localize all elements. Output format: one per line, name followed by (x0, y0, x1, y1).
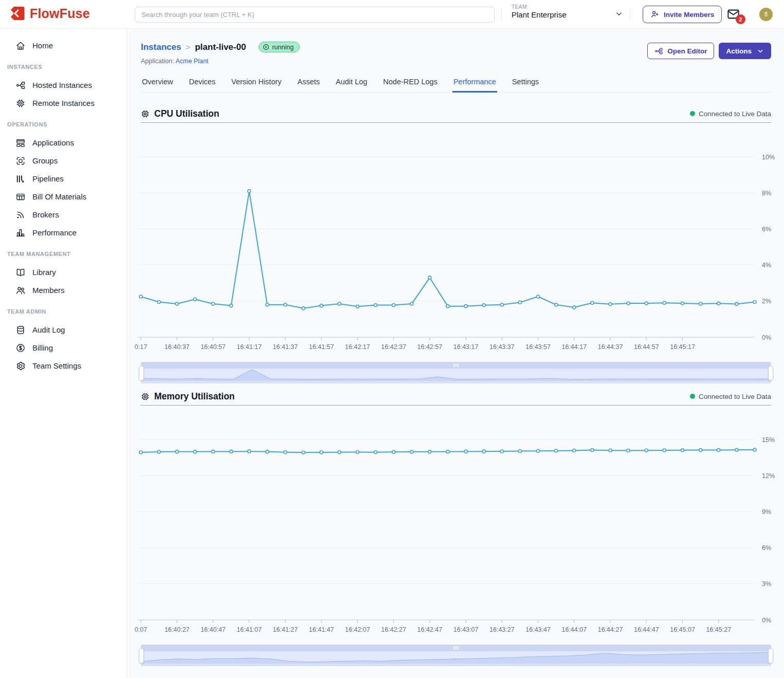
person-plus-icon (650, 10, 660, 19)
home-icon (15, 41, 26, 51)
open-editor-button[interactable]: Open Editor (647, 43, 714, 59)
sidebar-item-label: Team Settings (32, 361, 81, 370)
topbar-divider (501, 8, 502, 21)
grip-icon[interactable] (453, 363, 459, 367)
svg-text:16:40:27: 16:40:27 (165, 626, 190, 633)
sidebar-item-brokers[interactable]: Brokers (0, 206, 127, 224)
range-slider-track[interactable] (141, 362, 771, 369)
svg-text:6%: 6% (762, 544, 771, 552)
team-selector[interactable]: TEAM: Plant Enterprise (512, 4, 567, 19)
sidebar-item-label: Home (32, 41, 53, 50)
svg-text:16:41:17: 16:41:17 (236, 343, 262, 351)
svg-text:16:44:17: 16:44:17 (561, 343, 587, 351)
sidebar-item-label: Applications (32, 138, 74, 147)
flowfuse-logo[interactable]: FlowFuse (9, 5, 90, 22)
svg-text:16:44:27: 16:44:27 (598, 626, 623, 633)
sidebar-item-label: Billing (32, 343, 53, 352)
sidebar-item-members[interactable]: Members (0, 281, 127, 299)
search-input[interactable] (135, 7, 495, 23)
svg-text:16:42:57: 16:42:57 (417, 343, 443, 351)
memory-section-header: Memory Utilisation Connected to Live Dat… (141, 389, 771, 404)
range-slider-bottom (141, 381, 771, 383)
tab-node-red-logs[interactable]: Node-RED Logs (382, 74, 439, 93)
chevron-down-icon[interactable] (614, 9, 624, 19)
range-slider-right-handle[interactable] (768, 648, 773, 664)
sidebar-item-pipelines[interactable]: Pipelines (0, 170, 127, 188)
svg-text:16:43:07: 16:43:07 (453, 626, 479, 633)
flowfuse-logo-icon (9, 5, 26, 22)
svg-text:12%: 12% (762, 472, 775, 480)
range-slider-right-handle[interactable] (768, 365, 773, 381)
groups-icon (15, 156, 26, 166)
svg-text:16:42:47: 16:42:47 (417, 626, 443, 633)
cpu-chart-range-slider[interactable] (141, 362, 771, 383)
sidebar-section-label: OPERATIONS (7, 121, 127, 129)
cpu-chip-icon (141, 109, 150, 118)
logo-text: FlowFuse (30, 6, 90, 21)
memory-chart-range-slider[interactable] (141, 645, 771, 666)
tab-version-history[interactable]: Version History (230, 74, 283, 93)
svg-text:10%: 10% (762, 154, 775, 161)
svg-text:9%: 9% (762, 508, 771, 516)
tab-assets[interactable]: Assets (297, 74, 321, 93)
range-slider-left-handle[interactable] (139, 648, 144, 664)
tab-audit-log[interactable]: Audit Log (335, 74, 368, 93)
topbar-divider (719, 8, 719, 21)
avatar[interactable]: fl (759, 8, 773, 21)
sidebar-section-label: INSTANCES (7, 64, 127, 71)
tab-overview[interactable]: Overview (141, 74, 174, 93)
notifications-button[interactable]: 2 (726, 7, 742, 22)
svg-text:16:42:17: 16:42:17 (345, 343, 370, 351)
breadcrumb: Instances > plant-live-00 running (141, 42, 300, 52)
range-slider-track[interactable] (141, 645, 771, 651)
grip-icon[interactable] (453, 646, 459, 650)
sidebar-nav: HomeINSTANCESHosted InstancesRemote Inst… (0, 29, 127, 678)
svg-text:16:43:47: 16:43:47 (525, 626, 551, 633)
sidebar-item-home[interactable]: Home (0, 36, 127, 54)
svg-text:16:41:27: 16:41:27 (273, 626, 298, 633)
team-settings-icon (15, 361, 26, 371)
range-slider-left-handle[interactable] (139, 365, 144, 381)
applications-icon (15, 138, 26, 148)
performance-icon (15, 228, 26, 238)
breadcrumb-instances-link[interactable]: Instances (141, 42, 181, 52)
sidebar-item-team-settings[interactable]: Team Settings (0, 357, 127, 375)
sidebar-item-audit-log[interactable]: Audit Log (0, 321, 127, 339)
svg-text:16:41:47: 16:41:47 (309, 626, 334, 633)
svg-text:16:40:47: 16:40:47 (200, 626, 226, 633)
sidebar-item-groups[interactable]: Groups (0, 152, 127, 170)
sidebar-section-label: TEAM MANAGEMENT (7, 251, 127, 258)
top-bar: FlowFuse TEAM: Plant Enterprise Invite M… (0, 0, 784, 29)
team-name: Plant Enterprise (512, 10, 567, 19)
cpu-section-header: CPU Utilisation Connected to Live Data (141, 106, 771, 121)
svg-text:16:44:07: 16:44:07 (561, 626, 587, 633)
sidebar-item-bill-of-materials[interactable]: Bill Of Materials (0, 188, 127, 206)
chevron-down-icon (757, 47, 764, 54)
cpu-live-status-label: Connected to Live Data (699, 110, 771, 118)
sidebar-item-billing[interactable]: Billing (0, 339, 127, 357)
sidebar-item-remote-instances[interactable]: Remote Instances (0, 94, 127, 112)
svg-text:16:43:57: 16:43:57 (525, 343, 551, 351)
actions-button[interactable]: Actions (719, 43, 771, 59)
sidebar-item-performance[interactable]: Performance (0, 224, 127, 242)
application-link[interactable]: Acme Plant (175, 58, 208, 65)
svg-text:4%: 4% (762, 262, 771, 269)
sidebar-item-library[interactable]: Library (0, 263, 127, 281)
memory-chip-icon (141, 392, 150, 401)
svg-text:16:40:57: 16:40:57 (200, 343, 226, 351)
tab-performance[interactable]: Performance (452, 74, 497, 93)
bill-of-materials-icon (15, 192, 26, 202)
sidebar-item-label: Remote Instances (32, 99, 95, 107)
sidebar-item-applications[interactable]: Applications (0, 134, 127, 152)
application-label: Application: (141, 58, 174, 65)
cpu-utilisation-chart: 0%2%4%6%8%10%0:1716:40:3716:40:5716:41:1… (134, 126, 776, 355)
tab-devices[interactable]: Devices (188, 74, 216, 93)
tab-settings[interactable]: Settings (511, 74, 540, 93)
sidebar-item-hosted-instances[interactable]: Hosted Instances (0, 76, 127, 94)
svg-text:6%: 6% (762, 226, 771, 233)
brokers-icon (15, 210, 26, 220)
pipelines-icon (15, 174, 26, 184)
sidebar-item-label: Brokers (32, 210, 59, 219)
invite-members-button[interactable]: Invite Members (643, 6, 722, 23)
sidebar-item-label: Pipelines (32, 174, 64, 183)
